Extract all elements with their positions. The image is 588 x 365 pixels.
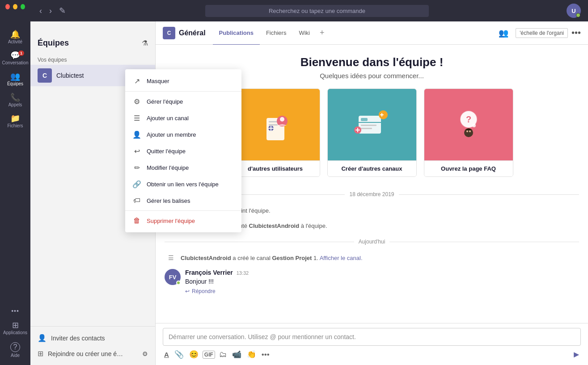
menu-add-member[interactable]: 👤 Ajouter un membre (125, 126, 241, 143)
message-text-1: Bonjour !!! (185, 277, 579, 286)
sidebar-item-activity[interactable]: 🔔 Activité (0, 27, 30, 48)
invite-label: Inviter des contacts (51, 335, 105, 342)
tab-publications[interactable]: Publications (213, 22, 260, 45)
message-1: FV François Verrier 13:32 Bonjour !!! ↩ … (165, 265, 579, 298)
sticker-button[interactable]: 🗂 (218, 349, 228, 361)
gerer-label: Gérer l'équipe (147, 98, 183, 105)
invite-icon: 👤 (38, 334, 47, 342)
calls-label: Appels (8, 102, 22, 107)
apps-label: Applications (3, 330, 27, 335)
settings-icon[interactable]: ⚙ (142, 350, 148, 357)
search-input[interactable] (205, 5, 429, 17)
quitter-icon: ↩ (132, 147, 141, 155)
menu-supprimer[interactable]: 🗑 Supprimer l'équipe (125, 213, 241, 229)
tab-wiki[interactable]: Wiki (292, 22, 316, 45)
card-users[interactable]: d'autres utilisateurs (231, 88, 320, 177)
sidebar-item-apps[interactable]: ⊞ Applications (0, 318, 30, 339)
card-faq[interactable]: ? (424, 88, 513, 177)
balises-label: Gérer les balises (147, 197, 190, 204)
back-button[interactable]: ‹ (38, 4, 44, 17)
reply-button-1[interactable]: ↩ Répondre (185, 288, 579, 294)
send-button[interactable]: ► (572, 349, 581, 360)
add-member-label: Ajouter un membre (147, 131, 196, 138)
date-text-2: Aujourd'hui (359, 239, 385, 245)
attach-button[interactable]: 📎 (173, 348, 185, 361)
filter-icon[interactable]: ⚗ (142, 39, 148, 47)
message-input-placeholder[interactable]: Démarrer une conversation. Utilisez @ po… (163, 328, 581, 346)
invite-contacts-button[interactable]: 👤 Inviter des contacts (30, 330, 155, 346)
channel-team-avatar: C (163, 27, 175, 39)
sidebar-item-more[interactable]: ••• (0, 304, 30, 318)
afficher-canal-link[interactable]: Afficher le canal. (320, 255, 363, 261)
sidebar-item-help[interactable]: ? Aide (0, 339, 30, 361)
menu-divider-2 (125, 210, 241, 211)
card-users-btn[interactable]: d'autres utilisateurs (231, 160, 320, 176)
channel-more-button[interactable]: ••• (571, 28, 581, 38)
card-canaux-btn[interactable]: Créer d'autres canaux (328, 160, 416, 176)
card-image-faq: ? (424, 89, 513, 160)
modifier-icon: ✏ (132, 164, 141, 172)
card-faq-btn[interactable]: Ouvrez la page FAQ (424, 160, 513, 176)
minimize-button[interactable] (13, 4, 17, 9)
conversation-label: Conversation (2, 60, 29, 65)
more-options-button[interactable]: ••• (260, 349, 271, 361)
context-menu: ↗ Masquer ⚙ Gérer l'équipe ☰ Ajouter un … (125, 69, 241, 232)
message-avatar-fv: FV (165, 269, 181, 285)
menu-quitter[interactable]: ↩ Quitter l'équipe (125, 143, 241, 159)
sidebar-item-teams[interactable]: 👥 Équipes (0, 69, 30, 90)
format-button[interactable]: A (163, 349, 170, 360)
teams-header: Équipes ⚗ (30, 21, 155, 53)
message-sender-1: François Verrier (185, 269, 233, 276)
lien-label: Obtenir un lien vers l'équipe (147, 181, 219, 188)
compose-button[interactable]: ✎ (57, 4, 68, 17)
menu-balises[interactable]: 🏷 Gérer les balises (125, 193, 241, 209)
join-icon: ⊞ (38, 349, 43, 358)
gerer-icon: ⚙ (132, 97, 141, 106)
menu-lien[interactable]: 🔗 Obtenir un lien vers l'équipe (125, 176, 241, 193)
emoji-button[interactable]: 😊 (188, 348, 200, 361)
help-label: Aide (11, 353, 20, 358)
menu-masquer[interactable]: ↗ Masquer (125, 73, 241, 89)
join-create-button[interactable]: ⊞ Rejoindre ou créer une é… ⚙ (30, 346, 155, 361)
nav-sidebar: 🔔 Activité 💬 1 Conversation 👥 Équipes 📞 … (0, 0, 30, 365)
apps-icon: ⊞ (12, 321, 19, 329)
supprimer-label: Supprimer l'équipe (147, 218, 195, 224)
activity-icon: 🔔 (10, 30, 20, 38)
sidebar-item-conversation[interactable]: 💬 1 Conversation (0, 48, 30, 69)
svg-rect-3 (269, 124, 278, 126)
meeting-button[interactable]: 📹 (231, 348, 243, 361)
system-message-3: ☰ ClubictestAndroid a créé le canal Gest… (165, 250, 579, 265)
calls-icon: 📞 (10, 93, 20, 101)
teams-title: Équipes (38, 38, 69, 48)
org-chart-button[interactable]: 'échelle de l'organi (516, 28, 568, 38)
files-label: Fichiers (7, 123, 23, 128)
forward-button[interactable]: › (47, 4, 54, 17)
members-icon[interactable]: 👥 (495, 26, 512, 40)
menu-gerer[interactable]: ⚙ Gérer l'équipe (125, 93, 241, 110)
add-member-icon: 👤 (132, 130, 141, 139)
card-canaux[interactable]: Créer d'autres canaux (327, 88, 417, 177)
tab-fichiers[interactable]: Fichiers (260, 22, 293, 45)
gif-button[interactable]: GIF (203, 351, 215, 359)
add-tab-button[interactable]: + (316, 21, 328, 45)
sidebar-item-calls[interactable]: 📞 Appels (0, 90, 30, 111)
help-icon: ? (10, 342, 20, 352)
svg-point-24 (472, 124, 476, 127)
close-button[interactable] (5, 4, 10, 9)
menu-modifier[interactable]: ✏ Modifier l'équipe (125, 159, 241, 176)
masquer-icon: ↗ (132, 77, 141, 85)
message-time-1: 13:32 (237, 270, 249, 276)
more-icon: ••• (11, 308, 19, 314)
teams-icon: 👥 (10, 72, 20, 80)
menu-add-canal[interactable]: ☰ Ajouter un canal (125, 110, 241, 126)
maximize-button[interactable] (21, 4, 25, 9)
card-image-users (231, 89, 320, 160)
sidebar-item-files[interactable]: 📁 Fichiers (0, 111, 30, 132)
user-initials: U (571, 8, 575, 14)
add-canal-label: Ajouter un canal (147, 115, 189, 122)
user-avatar[interactable]: U (567, 4, 581, 18)
svg-rect-14 (361, 128, 372, 129)
channel-header: C Général Publications Fichiers Wiki + 👥 (156, 21, 588, 45)
praise-button[interactable]: 👏 (245, 348, 258, 361)
svg-point-5 (280, 117, 284, 122)
